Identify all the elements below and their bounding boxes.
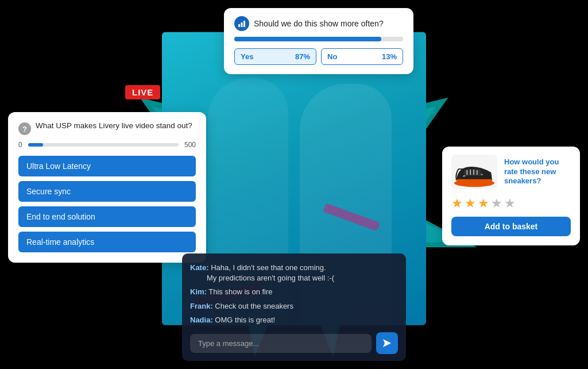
chat-message-input[interactable] xyxy=(190,334,372,353)
poll-progress-bar xyxy=(234,37,403,41)
add-to-basket-button[interactable]: Add to basket xyxy=(451,217,571,236)
usp-icon: ? xyxy=(18,122,31,135)
chat-message-4: Nadia: OMG this is great! xyxy=(190,315,398,325)
chat-text-3: Check out the sneakers xyxy=(215,302,293,310)
chat-message-2: Kim: This show is on fire xyxy=(190,287,398,297)
poll-options: Yes 87% No 13% xyxy=(234,48,403,65)
chat-message-3: Frank: Check out the sneakers xyxy=(190,301,398,312)
usp-slider-min: 0 xyxy=(18,141,22,149)
sneaker-image xyxy=(451,155,497,189)
sneaker-card: How would you rate these new sneakers? ★… xyxy=(442,147,580,245)
poll-option-no-pct: 13% xyxy=(382,52,397,61)
poll-option-no-label: No xyxy=(327,52,337,61)
star-5[interactable]: ★ xyxy=(504,196,516,211)
chat-text-2: This show is on fire xyxy=(208,287,272,296)
chat-message-1: Kate: Haha, I didn't see that one coming… xyxy=(190,263,398,283)
usp-option-2[interactable]: Secure sync xyxy=(18,181,196,202)
poll-top-card: Should we do this show more often? Yes 8… xyxy=(224,8,413,74)
chat-panel: Kate: Haha, I didn't see that one coming… xyxy=(182,253,406,361)
chat-input-row xyxy=(190,332,398,354)
usp-poll-header: ? What USP makes Livery live video stand… xyxy=(18,121,196,135)
usp-poll-card: ? What USP makes Livery live video stand… xyxy=(8,112,206,263)
usp-slider-row: 0 500 xyxy=(18,141,196,149)
star-3[interactable]: ★ xyxy=(478,196,489,211)
sneaker-content: How would you rate these new sneakers? xyxy=(451,155,571,189)
poll-question: Should we do this show more often? xyxy=(254,19,384,28)
live-badge: LIVE xyxy=(125,85,160,99)
sneaker-stars[interactable]: ★ ★ ★ ★ ★ xyxy=(451,196,571,211)
poll-option-no[interactable]: No 13% xyxy=(321,48,403,65)
star-2[interactable]: ★ xyxy=(465,196,476,211)
usp-slider-max: 500 xyxy=(184,141,196,149)
poll-option-yes-pct: 87% xyxy=(295,52,310,61)
chat-username-3: Frank: xyxy=(190,302,213,310)
usp-option-1[interactable]: Ultra Low Latency xyxy=(18,156,196,176)
usp-options: Ultra Low Latency Secure sync End to end… xyxy=(18,156,196,252)
chat-username-1: Kate: xyxy=(190,263,209,272)
svg-rect-3 xyxy=(238,24,240,27)
chat-username-2: Kim: xyxy=(190,287,207,296)
usp-slider-fill xyxy=(28,143,43,147)
svg-rect-4 xyxy=(241,22,243,27)
svg-rect-12 xyxy=(457,179,492,181)
usp-option-3[interactable]: End to end solution xyxy=(18,206,196,227)
sneaker-question: How would you rate these new sneakers? xyxy=(504,157,571,187)
chat-username-4: Nadia: xyxy=(190,316,213,324)
poll-icon xyxy=(234,16,249,31)
chat-send-button[interactable] xyxy=(376,332,398,354)
send-icon xyxy=(382,338,392,348)
svg-marker-13 xyxy=(383,339,391,347)
chat-text-1: Haha, I didn't see that one coming. My p… xyxy=(190,263,334,282)
poll-bar-fill xyxy=(234,37,381,41)
chat-text-4: OMG this is great! xyxy=(215,316,275,324)
usp-slider-track[interactable] xyxy=(28,143,179,147)
poll-option-yes[interactable]: Yes 87% xyxy=(234,48,316,65)
usp-poll-question: What USP makes Livery live video stand o… xyxy=(36,121,192,130)
poll-option-yes-label: Yes xyxy=(241,52,253,61)
usp-option-4[interactable]: Real-time analytics xyxy=(18,232,196,252)
svg-rect-5 xyxy=(243,21,245,27)
chat-messages: Kate: Haha, I didn't see that one coming… xyxy=(190,263,398,325)
star-4[interactable]: ★ xyxy=(491,196,502,211)
poll-header: Should we do this show more often? xyxy=(234,16,403,31)
star-1[interactable]: ★ xyxy=(451,196,463,211)
